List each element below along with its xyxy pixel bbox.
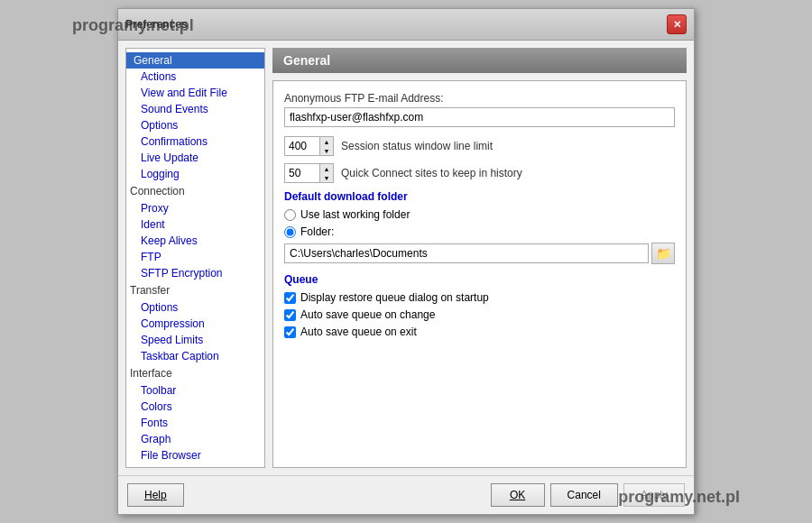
session-down-btn[interactable]: ▼ [320,146,333,155]
sidebar-item-connection[interactable]: Connection [126,182,264,200]
sidebar-item-view-edit-file[interactable]: View and Edit File [126,85,264,101]
folder-path-input[interactable] [284,243,649,263]
queue-section: Queue Display restore queue dialog on st… [284,273,675,338]
quickconnect-down-btn[interactable]: ▼ [320,173,333,182]
quickconnect-spinner-btns: ▲ ▼ [319,164,333,182]
ok-label: OK [510,489,525,501]
default-folder-title: Default download folder [284,190,675,203]
folder-path-row: 📁 [284,243,675,264]
ok-button[interactable]: OK [491,483,545,507]
sidebar-item-colors[interactable]: Colors [126,399,264,415]
sidebar-item-transfer[interactable]: Transfer [126,281,264,299]
sidebar-item-file-browser[interactable]: File Browser [126,447,264,463]
close-button[interactable]: ✕ [667,14,687,34]
sidebar-item-sound-events[interactable]: Sound Events [126,101,264,117]
folder-icon: 📁 [656,246,671,261]
main-panel: General Anonymous FTP E-mail Address: ▲ … [272,48,687,468]
sidebar-item-general[interactable]: General [126,52,264,69]
quickconnect-row: ▲ ▼ Quick Connect sites to keep in histo… [284,163,675,183]
sidebar-item-interface[interactable]: Interface [126,364,264,382]
sidebar-item-speed-limits[interactable]: Speed Limits [126,332,264,348]
ftp-email-label: Anonymous FTP E-mail Address: [284,92,675,105]
sidebar-item-ident[interactable]: Ident [126,216,264,233]
session-input[interactable] [285,138,319,154]
sidebar-item-fonts[interactable]: Fonts [126,415,264,431]
quickconnect-input[interactable] [285,165,319,181]
sidebar: General Actions View and Edit File Sound… [125,48,265,468]
radio-folder-label: Folder: [300,225,334,238]
watermark-top: programy.net.pl [72,16,194,35]
radio-last-label: Use last working folder [300,208,410,221]
ftp-email-section: Anonymous FTP E-mail Address: [284,92,675,127]
preferences-dialog: Preferences ✕ General Actions View and E… [117,8,695,515]
session-up-btn[interactable]: ▲ [320,137,333,146]
radio-last-row: Use last working folder [284,208,675,221]
queue-title: Queue [284,273,675,286]
sidebar-item-taskbar-caption[interactable]: Taskbar Caption [126,348,264,364]
sidebar-item-logging[interactable]: Logging [126,166,264,182]
session-spinner: ▲ ▼ [284,136,334,156]
sidebar-item-proxy[interactable]: Proxy [126,200,264,216]
ftp-email-input[interactable] [284,107,675,127]
quickconnect-label: Quick Connect sites to keep in history [341,167,522,179]
sidebar-item-graph[interactable]: Graph [126,431,264,447]
radio-folder-row: Folder: [284,225,675,238]
panel-content: Anonymous FTP E-mail Address: ▲ ▼ Sessio… [272,80,687,468]
checkbox-autosave-change-label: Auto save queue on change [300,308,435,321]
sidebar-item-live-update[interactable]: Live Update [126,150,264,166]
cancel-button[interactable]: Cancel [550,483,618,507]
radio-folder[interactable] [284,226,296,238]
sidebar-item-options[interactable]: Options [126,117,264,133]
checkbox-restore-label: Display restore queue dialog on startup [300,291,489,304]
checkbox-autosave-row: Auto save queue on change [284,308,675,321]
sidebar-item-keep-alives[interactable]: Keep Alives [126,233,264,249]
help-button[interactable]: Help [127,483,184,507]
dialog-body: General Actions View and Edit File Sound… [118,41,694,475]
sidebar-item-toolbar[interactable]: Toolbar [126,382,264,399]
checkbox-restore[interactable] [284,292,296,304]
checkbox-autosave-exit[interactable] [284,326,296,338]
quickconnect-spinner: ▲ ▼ [284,163,334,183]
quickconnect-up-btn[interactable]: ▲ [320,164,333,173]
panel-header: General [272,48,687,73]
sidebar-item-ftp[interactable]: FTP [126,249,264,265]
folder-browse-button[interactable]: 📁 [651,243,675,264]
session-label: Session status window line limit [341,140,493,152]
sidebar-item-compression[interactable]: Compression [126,316,264,332]
sidebar-item-actions[interactable]: Actions [126,69,264,85]
radio-last-working[interactable] [284,209,296,221]
session-spinner-btns: ▲ ▼ [319,137,333,155]
checkbox-autosave-change[interactable] [284,309,296,321]
sidebar-item-confirmations[interactable]: Confirmations [126,133,264,150]
help-label: Help [144,489,167,501]
title-bar: Preferences ✕ [118,9,694,41]
sidebar-item-options2[interactable]: Options [126,299,264,316]
session-row: ▲ ▼ Session status window line limit [284,136,675,156]
cancel-label: Cancel [567,489,601,501]
checkbox-autosave-exit-label: Auto save queue on exit [300,326,417,338]
sidebar-item-sftp-encryption[interactable]: SFTP Encryption [126,265,264,281]
checkbox-restore-row: Display restore queue dialog on startup [284,291,675,304]
dialog-footer: Help OK Cancel Apply [118,475,694,514]
checkbox-autosave-exit-row: Auto save queue on exit [284,326,675,338]
watermark-bottom: programy.net.pl [618,488,740,507]
